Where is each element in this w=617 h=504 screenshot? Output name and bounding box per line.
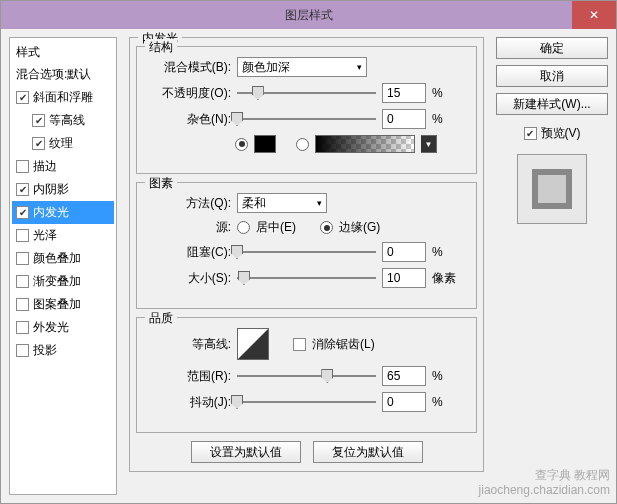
preview-label: 预览(V): [541, 125, 581, 142]
reset-default-button[interactable]: 复位为默认值: [313, 441, 423, 463]
sidebar-item-texture[interactable]: 纹理: [12, 132, 114, 155]
sidebar-blend-options[interactable]: 混合选项:默认: [12, 63, 114, 86]
watermark: 查字典 教程网 jiaocheng.chazidian.com: [479, 468, 610, 497]
range-unit: %: [432, 369, 462, 383]
source-label: 源:: [151, 219, 231, 236]
checkbox-icon[interactable]: [16, 183, 29, 196]
right-panel: 确定 取消 新建样式(W)... 预览(V): [496, 37, 608, 495]
jitter-input[interactable]: [382, 392, 426, 412]
quality-legend: 品质: [145, 310, 177, 327]
range-slider[interactable]: [237, 367, 376, 385]
contour-label: 等高线:: [151, 336, 231, 353]
close-icon: ✕: [589, 8, 599, 22]
new-style-button[interactable]: 新建样式(W)...: [496, 93, 608, 115]
elements-group: 图素 方法(Q): 柔和▾ 源: 居中(E) 边缘(G): [136, 182, 477, 309]
antialias-checkbox[interactable]: [293, 338, 306, 351]
quality-group: 品质 等高线: 消除锯齿(L) 范围(R): %: [136, 317, 477, 433]
chevron-down-icon: ▾: [357, 62, 362, 72]
sidebar-item-satin[interactable]: 光泽: [12, 224, 114, 247]
size-unit: 像素: [432, 270, 462, 287]
elements-legend: 图素: [145, 175, 177, 192]
checkbox-icon[interactable]: [16, 229, 29, 242]
sidebar-item-color-overlay[interactable]: 颜色叠加: [12, 247, 114, 270]
structure-group: 结构 混合模式(B): 颜色加深▾ 不透明度(O): % 杂色: [136, 46, 477, 174]
close-button[interactable]: ✕: [572, 1, 616, 29]
source-center-radio[interactable]: [237, 221, 250, 234]
choke-slider[interactable]: [237, 243, 376, 261]
color-radio[interactable]: [235, 138, 248, 151]
checkbox-icon[interactable]: [16, 275, 29, 288]
size-input[interactable]: [382, 268, 426, 288]
sidebar-item-bevel[interactable]: 斜面和浮雕: [12, 86, 114, 109]
noise-slider[interactable]: [237, 110, 376, 128]
choke-unit: %: [432, 245, 462, 259]
blend-mode-select[interactable]: 颜色加深▾: [237, 57, 367, 77]
sidebar-item-stroke[interactable]: 描边: [12, 155, 114, 178]
checkbox-icon[interactable]: [16, 160, 29, 173]
checkbox-icon[interactable]: [16, 321, 29, 334]
sidebar-item-contour[interactable]: 等高线: [12, 109, 114, 132]
noise-unit: %: [432, 112, 462, 126]
preview-inner: [532, 169, 572, 209]
checkbox-icon[interactable]: [16, 91, 29, 104]
sidebar-item-drop-shadow[interactable]: 投影: [12, 339, 114, 362]
color-swatch[interactable]: [254, 135, 276, 153]
gradient-radio[interactable]: [296, 138, 309, 151]
checkbox-icon[interactable]: [32, 137, 45, 150]
sidebar-header: 样式: [12, 42, 114, 63]
sidebar-item-outer-glow[interactable]: 外发光: [12, 316, 114, 339]
sidebar-item-inner-shadow[interactable]: 内阴影: [12, 178, 114, 201]
jitter-label: 抖动(J):: [151, 394, 231, 411]
sidebar-item-gradient-overlay[interactable]: 渐变叠加: [12, 270, 114, 293]
checkbox-icon[interactable]: [32, 114, 45, 127]
layer-style-dialog: 图层样式 ✕ 样式 混合选项:默认 斜面和浮雕 等高线 纹理 描边 内阴影 内发…: [0, 0, 617, 504]
panel-outer: 内发光 结构 混合模式(B): 颜色加深▾ 不透明度(O): %: [129, 37, 484, 472]
size-label: 大小(S):: [151, 270, 231, 287]
range-label: 范围(R):: [151, 368, 231, 385]
sidebar-item-inner-glow[interactable]: 内发光: [12, 201, 114, 224]
gradient-dropdown[interactable]: ▼: [421, 135, 437, 153]
choke-input[interactable]: [382, 242, 426, 262]
gradient-swatch[interactable]: [315, 135, 415, 153]
opacity-input[interactable]: [382, 83, 426, 103]
checkbox-icon[interactable]: [16, 344, 29, 357]
preview-checkbox[interactable]: [524, 127, 537, 140]
opacity-slider[interactable]: [237, 84, 376, 102]
main-panel: 内发光 结构 混合模式(B): 颜色加深▾ 不透明度(O): %: [125, 37, 488, 495]
technique-label: 方法(Q):: [151, 195, 231, 212]
noise-label: 杂色(N):: [151, 111, 231, 128]
preview-checkbox-row[interactable]: 预览(V): [524, 125, 581, 142]
checkbox-icon[interactable]: [16, 252, 29, 265]
source-edge-radio[interactable]: [320, 221, 333, 234]
structure-legend: 结构: [145, 39, 177, 56]
sidebar-item-pattern-overlay[interactable]: 图案叠加: [12, 293, 114, 316]
jitter-slider[interactable]: [237, 393, 376, 411]
source-center-label: 居中(E): [256, 219, 296, 236]
antialias-label: 消除锯齿(L): [312, 336, 375, 353]
chevron-down-icon: ▾: [317, 198, 322, 208]
source-edge-label: 边缘(G): [339, 219, 380, 236]
noise-input[interactable]: [382, 109, 426, 129]
jitter-unit: %: [432, 395, 462, 409]
styles-sidebar: 样式 混合选项:默认 斜面和浮雕 等高线 纹理 描边 内阴影 内发光 光泽 颜色…: [9, 37, 117, 495]
opacity-unit: %: [432, 86, 462, 100]
range-input[interactable]: [382, 366, 426, 386]
window-title: 图层样式: [285, 7, 333, 24]
ok-button[interactable]: 确定: [496, 37, 608, 59]
opacity-label: 不透明度(O):: [151, 85, 231, 102]
checkbox-icon[interactable]: [16, 298, 29, 311]
technique-select[interactable]: 柔和▾: [237, 193, 327, 213]
checkbox-icon[interactable]: [16, 206, 29, 219]
contour-picker[interactable]: [237, 328, 269, 360]
size-slider[interactable]: [237, 269, 376, 287]
set-default-button[interactable]: 设置为默认值: [191, 441, 301, 463]
preview-thumbnail: [517, 154, 587, 224]
titlebar: 图层样式 ✕: [1, 1, 616, 29]
cancel-button[interactable]: 取消: [496, 65, 608, 87]
choke-label: 阻塞(C):: [151, 244, 231, 261]
blend-mode-label: 混合模式(B):: [151, 59, 231, 76]
